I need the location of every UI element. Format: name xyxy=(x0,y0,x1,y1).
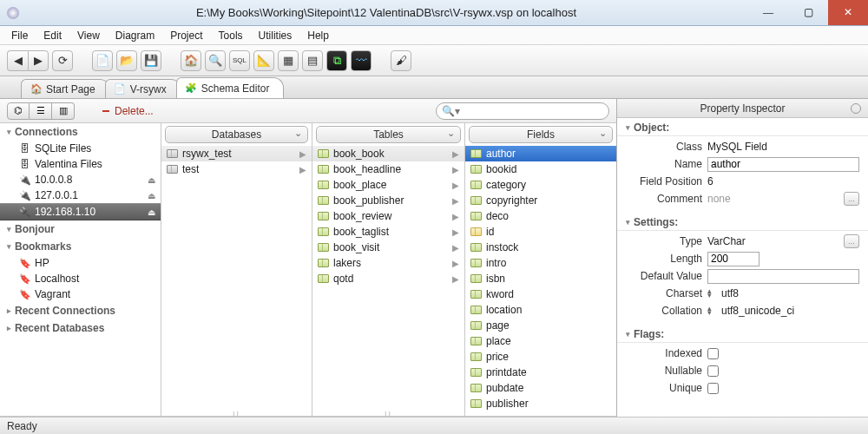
value-type[interactable]: VarChar xyxy=(707,235,835,247)
type-picker-button[interactable]: … xyxy=(844,234,859,248)
reload-button[interactable]: ⟳ xyxy=(52,50,73,71)
checkbox-unique[interactable] xyxy=(707,383,719,394)
database-row[interactable]: test▶ xyxy=(161,161,312,177)
tab-schema-editor[interactable]: 🧩 Schema Editor xyxy=(176,77,285,98)
checkbox-indexed[interactable] xyxy=(707,348,719,359)
inspector-section-object[interactable]: Object: xyxy=(617,118,868,136)
field-row[interactable]: publisher xyxy=(465,396,616,411)
tab-project[interactable]: 📄 V-rsywx xyxy=(105,79,181,98)
menu-view[interactable]: View xyxy=(71,28,106,43)
sidebar-section-bookmarks[interactable]: Bookmarks xyxy=(0,238,161,255)
value-charset[interactable]: utf8 xyxy=(721,287,859,299)
value-collation[interactable]: utf8_unicode_ci xyxy=(721,305,859,317)
databases-header[interactable]: Databases xyxy=(165,126,308,143)
checkbox-nullable[interactable] xyxy=(707,365,719,377)
home-button[interactable]: 🏠 xyxy=(181,50,201,71)
table-button[interactable]: ▤ xyxy=(302,50,323,71)
field-row[interactable]: intro xyxy=(465,255,616,271)
table-row[interactable]: book_book▶ xyxy=(312,146,464,161)
menu-diagram[interactable]: Diagram xyxy=(109,28,161,43)
fields-header[interactable]: Fields xyxy=(469,126,613,143)
eject-icon[interactable]: ⏏ xyxy=(148,207,155,217)
input-length[interactable] xyxy=(707,252,760,266)
search-input[interactable] xyxy=(464,105,603,117)
delete-button[interactable]: Delete... xyxy=(102,105,154,117)
input-name[interactable] xyxy=(707,157,859,172)
close-button[interactable]: ✕ xyxy=(828,0,868,25)
table-row[interactable]: book_taglist▶ xyxy=(312,224,464,240)
minimize-button[interactable]: — xyxy=(748,0,788,25)
sidebar-section-recent-databases[interactable]: Recent Databases xyxy=(0,319,161,337)
table-row[interactable]: lakers▶ xyxy=(312,255,464,271)
table-row[interactable]: book_review▶ xyxy=(312,208,464,224)
monitor-button[interactable]: 〰 xyxy=(351,50,372,71)
menu-file[interactable]: File xyxy=(5,28,34,43)
view-tree-button[interactable]: ⌬ xyxy=(7,102,30,120)
menu-help[interactable]: Help xyxy=(301,28,335,43)
table-row[interactable]: book_visit▶ xyxy=(312,240,464,255)
sidebar-item-hp[interactable]: 🔖HP xyxy=(0,255,161,271)
collation-stepper[interactable]: ▴▾ xyxy=(707,306,716,315)
table-row[interactable]: book_publisher▶ xyxy=(312,193,464,208)
grid-button[interactable]: ▦ xyxy=(278,50,299,71)
field-row[interactable]: pubdate xyxy=(465,380,616,396)
menu-project[interactable]: Project xyxy=(164,28,208,43)
menu-utilities[interactable]: Utilities xyxy=(253,28,299,43)
design-button[interactable]: 📐 xyxy=(253,50,274,71)
field-row[interactable]: page xyxy=(465,318,616,333)
field-row[interactable]: price xyxy=(465,349,616,365)
resize-handle[interactable]: II xyxy=(312,412,464,416)
sidebar-item-vagrant[interactable]: 🔖Vagrant xyxy=(0,286,161,302)
table-row[interactable]: book_place▶ xyxy=(312,177,464,193)
save-button[interactable]: 💾 xyxy=(141,50,161,71)
sidebar-item-192-168-1-10[interactable]: 🔌192.168.1.10⏏ xyxy=(0,203,161,220)
maximize-button[interactable]: ▢ xyxy=(788,0,828,25)
input-default[interactable] xyxy=(707,269,859,284)
field-row[interactable]: deco xyxy=(465,208,616,224)
field-row[interactable]: place xyxy=(465,333,616,349)
sql-button[interactable]: SQL xyxy=(229,50,250,71)
view-list-button[interactable]: ☰ xyxy=(30,102,52,120)
eject-icon[interactable]: ⏏ xyxy=(148,191,155,201)
chart-button[interactable]: ⧉ xyxy=(326,50,347,71)
color-picker-button[interactable]: 🖌 xyxy=(391,50,411,71)
open-button[interactable]: 📂 xyxy=(116,50,137,71)
field-row[interactable]: printdate xyxy=(465,365,616,380)
sidebar-section-connections[interactable]: Connections xyxy=(0,123,161,141)
field-row[interactable]: author xyxy=(465,146,616,161)
field-row[interactable]: copyrighter xyxy=(465,193,616,208)
inspect-button[interactable]: 🔍 xyxy=(205,50,226,71)
sidebar-section-bonjour[interactable]: Bonjour xyxy=(0,220,161,238)
new-file-button[interactable]: 📄 xyxy=(92,50,113,71)
resize-handle[interactable]: II xyxy=(161,412,312,416)
field-row[interactable]: kword xyxy=(465,286,616,302)
charset-stepper[interactable]: ▴▾ xyxy=(707,289,716,298)
sidebar-item-localhost[interactable]: 🔖Localhost xyxy=(0,271,161,286)
field-row[interactable]: category xyxy=(465,177,616,193)
field-row[interactable]: location xyxy=(465,302,616,318)
sidebar-item-127-0-0-1[interactable]: 🔌127.0.0.1⏏ xyxy=(0,187,161,203)
back-button[interactable]: ◀ xyxy=(7,50,28,71)
comment-more-button[interactable]: … xyxy=(844,192,859,206)
database-row[interactable]: rsywx_test▶ xyxy=(161,146,312,161)
sidebar-item-10-0-0-8[interactable]: 🔌10.0.0.8⏏ xyxy=(0,172,161,187)
sidebar-section-recent-connections[interactable]: Recent Connections xyxy=(0,302,161,319)
tab-start-page[interactable]: 🏠 Start Page xyxy=(21,79,110,98)
eject-icon[interactable]: ⏏ xyxy=(148,175,155,185)
inspector-section-settings[interactable]: Settings: xyxy=(617,213,868,231)
field-row[interactable]: isbn xyxy=(465,271,616,286)
table-row[interactable]: qotd▶ xyxy=(312,271,464,286)
search-field[interactable]: 🔍▾ xyxy=(436,102,609,120)
field-row[interactable]: bookid xyxy=(465,161,616,177)
menu-tools[interactable]: Tools xyxy=(213,28,249,43)
sidebar-item-valentina-files[interactable]: 🗄Valentina Files xyxy=(0,156,161,172)
table-row[interactable]: book_headline▶ xyxy=(312,161,464,177)
sidebar-item-sqlite-files[interactable]: 🗄SQLite Files xyxy=(0,141,161,156)
tables-header[interactable]: Tables xyxy=(316,126,461,143)
forward-button[interactable]: ▶ xyxy=(28,50,49,71)
field-row[interactable]: id xyxy=(465,224,616,240)
inspector-section-flags[interactable]: Flags: xyxy=(617,325,868,343)
view-columns-button[interactable]: ▥ xyxy=(52,102,75,120)
field-row[interactable]: instock xyxy=(465,240,616,255)
menu-edit[interactable]: Edit xyxy=(37,28,68,43)
